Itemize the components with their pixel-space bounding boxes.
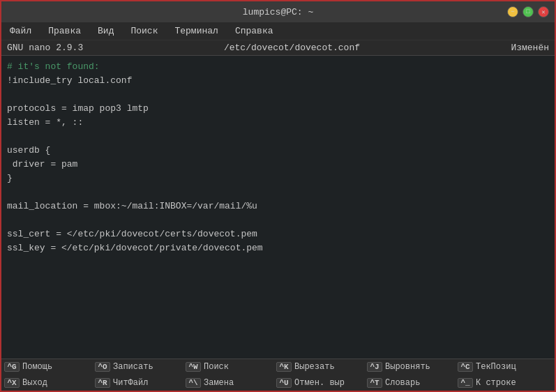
- footer-item[interactable]: ^XВыход: [1, 375, 92, 391]
- footer-key: ^_: [458, 378, 473, 388]
- editor-line: # it's not found:: [7, 60, 549, 74]
- footer-item[interactable]: ^_К строке: [455, 375, 546, 391]
- footer: ^GПомощь^OЗаписать^WПоиск^KВырезать^JВыр…: [1, 359, 555, 391]
- menu-file[interactable]: Файл: [7, 24, 34, 38]
- footer-item[interactable]: ^KВырезать: [273, 359, 364, 375]
- editor-line: [7, 283, 549, 297]
- footer-key: ^T: [367, 378, 382, 388]
- footer-label: Записать: [113, 362, 153, 372]
- window-controls: − □ ✕: [507, 6, 549, 17]
- footer-key: ^U: [276, 378, 292, 388]
- footer-label: Выровнять: [385, 362, 430, 372]
- footer-key: ^X: [4, 378, 20, 388]
- nano-version: GNU nano 2.9.3: [7, 43, 105, 53]
- footer-label: Замена: [204, 378, 234, 388]
- editor-line: [7, 297, 549, 311]
- footer-item[interactable]: ^CТекПозиц: [455, 359, 546, 375]
- editor-line: [7, 130, 549, 144]
- menu-help[interactable]: Справка: [232, 24, 276, 38]
- editor-line: ssl_cert = </etc/pki/dovecot/certs/dovec…: [7, 227, 549, 241]
- footer-key: ^G: [4, 362, 20, 372]
- footer-label: ЧитФайл: [113, 378, 148, 388]
- footer-label: Отмен. выр: [294, 378, 345, 388]
- menu-search[interactable]: Поиск: [128, 24, 160, 38]
- window-title: lumpics@PC: ~: [49, 7, 507, 17]
- menu-view[interactable]: Вид: [95, 24, 117, 38]
- nano-filename: /etc/dovecot/dovecot.conf: [105, 43, 479, 53]
- footer-item[interactable]: ^\Замена: [183, 375, 273, 391]
- footer-item[interactable]: ^RЧитФайл: [92, 375, 183, 391]
- editor-line: ssl_key = </etc/pki/dovecot/private/dove…: [7, 241, 549, 255]
- editor-line: driver = pam: [7, 158, 549, 172]
- editor-line: [7, 88, 549, 102]
- footer-row-1: ^GПомощь^OЗаписать^WПоиск^KВырезать^JВыр…: [1, 359, 555, 375]
- editor-line: }: [7, 172, 549, 186]
- menubar: Файл Правка Вид Поиск Терминал Справка: [1, 22, 555, 40]
- footer-item[interactable]: ^TСловарь: [364, 375, 455, 391]
- footer-label: Вырезать: [294, 362, 335, 372]
- footer-label: Помощь: [22, 362, 52, 372]
- close-button[interactable]: ✕: [538, 6, 549, 17]
- footer-item[interactable]: ^GПомощь: [1, 359, 92, 375]
- footer-item[interactable]: ^WПоиск: [183, 359, 273, 375]
- footer-key: ^K: [276, 362, 292, 372]
- footer-key: ^\: [186, 378, 201, 388]
- footer-item[interactable]: ^OЗаписать: [92, 359, 183, 375]
- footer-label: ТекПозиц: [476, 362, 516, 372]
- footer-label: Словарь: [385, 378, 420, 388]
- footer-key: ^R: [95, 378, 110, 388]
- editor-line: !include_try local.conf: [7, 74, 549, 88]
- footer-label: Выход: [22, 378, 47, 388]
- menu-terminal[interactable]: Терминал: [172, 24, 220, 38]
- terminal-window: lumpics@PC: ~ − □ ✕ Файл Правка Вид Поис…: [0, 0, 556, 392]
- footer-key: ^W: [186, 362, 201, 372]
- editor-line: [7, 255, 549, 269]
- footer-item[interactable]: ^JВыровнять: [364, 359, 455, 375]
- editor-line: [7, 186, 549, 199]
- footer-key: ^J: [367, 362, 382, 372]
- footer-key: ^C: [458, 362, 473, 372]
- editor-line: [7, 311, 549, 325]
- footer-label: К строке: [476, 378, 516, 388]
- editor-line: protocols = imap pop3 lmtp: [7, 102, 549, 116]
- editor-line: userdb {: [7, 144, 549, 158]
- editor-line: [7, 269, 549, 283]
- nano-modified: Изменён: [479, 43, 549, 53]
- footer-label: Поиск: [204, 362, 229, 372]
- minimize-button[interactable]: −: [507, 6, 518, 17]
- editor-line: [7, 213, 549, 227]
- footer-item[interactable]: ^UОтмен. выр: [273, 375, 364, 391]
- editor-area[interactable]: # it's not found:!include_try local.conf…: [1, 56, 555, 359]
- editor-line: mail_location = mbox:~/mail:INBOX=/var/m…: [7, 199, 549, 213]
- maximize-button[interactable]: □: [523, 6, 534, 17]
- nano-header: GNU nano 2.9.3 /etc/dovecot/dovecot.conf…: [1, 40, 555, 56]
- footer-key: ^O: [95, 362, 110, 372]
- footer-row-2: ^XВыход^RЧитФайл^\Замена^UОтмен. выр^TСл…: [1, 375, 555, 391]
- editor-line: listen = *, ::: [7, 116, 549, 130]
- titlebar: lumpics@PC: ~ − □ ✕: [1, 1, 555, 22]
- menu-edit[interactable]: Правка: [45, 24, 84, 38]
